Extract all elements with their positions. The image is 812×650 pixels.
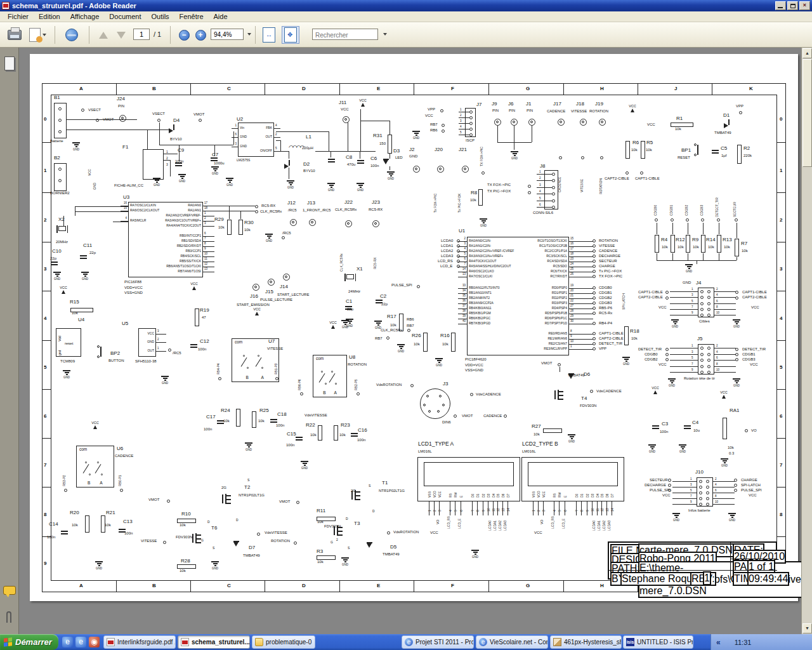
page-total: / 1 [154,30,161,38]
fit-page-button[interactable] [282,26,299,44]
clock: 11:31 [735,639,752,646]
zoom-in-icon: + [195,30,206,41]
quicklaunch-app-icon[interactable]: ◉ [89,637,100,647]
desktop: schema_struturel.pdf - Adobe Reader × Fi… [0,0,812,650]
printer-icon [8,30,22,40]
zoom-dropdown-caret-icon[interactable] [247,33,251,36]
quicklaunch-browser-icon[interactable]: e [75,637,86,647]
dropdown-caret-icon [43,34,46,36]
zoom-out-button[interactable]: − [176,26,192,44]
menu-edition[interactable]: Edition [34,12,65,21]
taskbar: Démarrer e e ◉ Interlinkfsrguide.pdf ...… [0,634,812,650]
task-button-isis[interactable]: isisUNTITLED - ISIS Prof... [623,635,693,649]
menu-fenetre[interactable]: Fenêtre [174,12,209,21]
navigation-panel-strip [0,48,19,634]
upload-web-button[interactable] [62,26,81,44]
fit-page-icon [284,27,297,43]
task-button-problematique[interactable]: problematique-0 [252,635,315,649]
start-label: Démarrer [15,637,52,647]
fit-width-button[interactable] [260,26,278,44]
search-dropdown-caret-icon[interactable] [383,33,387,36]
globe-icon [65,29,78,41]
vertical-scrollbar[interactable]: ▲ ▼ [801,48,812,634]
minimize-button[interactable] [775,1,786,10]
menu-aide[interactable]: Aide [209,12,233,21]
menu-affichage[interactable]: Affichage [65,12,105,21]
fit-width-icon [263,27,275,43]
document-area: AABBCCDDEEFFGGHHJJKK00112233445566778899… [0,48,812,634]
menu-bar: Fichier Edition Affichage Document Outil… [0,11,812,22]
scroll-down-icon[interactable]: ▼ [802,623,812,633]
menu-document[interactable]: Document [104,12,146,21]
previous-page-button[interactable] [95,26,112,44]
pages-panel-icon[interactable] [4,56,15,70]
window-title: schema_struturel.pdf - Adobe Reader [12,2,136,10]
title-bar: schema_struturel.pdf - Adobe Reader × [0,0,812,11]
menu-fichier[interactable]: Fichier [3,12,34,21]
page-number-input[interactable] [133,29,150,40]
tray-chevron-icon[interactable]: « [716,638,721,647]
zoom-in-button[interactable]: + [193,26,208,44]
search-input[interactable] [312,29,378,40]
toolbar: / 1 − + 94,4% [0,22,812,48]
task-button-schema[interactable]: schema_struturel.... [178,635,250,649]
page-down-icon [117,32,126,39]
pdf-app-icon [2,2,10,10]
start-button[interactable]: Démarrer [0,634,58,650]
comments-panel-icon[interactable] [3,586,16,595]
next-page-button[interactable] [113,26,129,44]
system-tray: « 11:31 [710,634,812,650]
print-button[interactable] [5,26,24,44]
task-button-interlink[interactable]: Interlinkfsrguide.pdf ... [103,635,176,649]
page-up-icon [99,32,108,39]
scroll-up-icon[interactable]: ▲ [802,48,812,58]
attachments-panel-icon[interactable] [6,611,11,623]
scrollbar-thumb[interactable] [802,59,812,167]
share-icon [29,28,41,42]
pdf-page[interactable] [30,54,798,601]
restore-button[interactable] [787,1,798,10]
task-button-viescolaire[interactable]: eVieScolaire.net - Corr... [476,635,548,649]
windows-logo-icon [4,637,13,647]
close-button[interactable]: × [799,1,810,10]
zoom-out-icon: − [179,30,190,41]
task-button-projet-sti[interactable]: eProjet STI 2011 - Pro... [402,635,474,649]
quicklaunch-ie-icon[interactable]: e [62,637,73,647]
email-share-button[interactable] [27,26,48,44]
zoom-level-value[interactable]: 94,4% [211,29,244,40]
menu-outils[interactable]: Outils [146,12,174,21]
task-button-hysteresis[interactable]: 461px-Hysteresis_sh... [550,635,622,649]
